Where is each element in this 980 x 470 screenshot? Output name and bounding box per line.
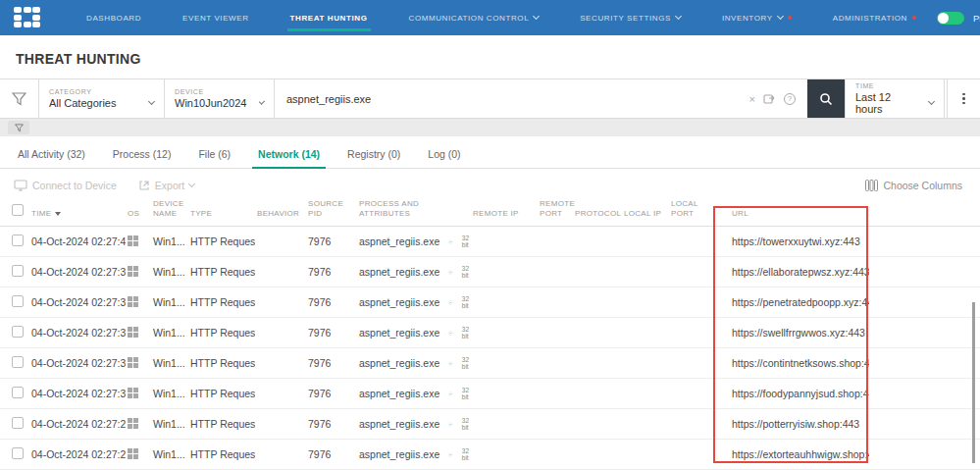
nav-item-label: EVENT VIEWER bbox=[182, 14, 249, 23]
row-checkbox[interactable] bbox=[12, 326, 24, 338]
row-checkbox[interactable] bbox=[12, 235, 24, 246]
column-header-url[interactable]: URL bbox=[722, 199, 869, 227]
column-header-remote-ip[interactable]: REMOTE IP bbox=[471, 199, 538, 227]
table-row[interactable]: 04-Oct-2024 02:27:44 Win1... HTTP Reques… bbox=[0, 227, 980, 257]
table-row[interactable]: 04-Oct-2024 02:27:35 Win1... HTTP Reques… bbox=[0, 318, 980, 348]
cell-type: HTTP Request bbox=[188, 409, 255, 440]
row-checkbox[interactable] bbox=[12, 447, 24, 459]
export-button[interactable]: Export bbox=[138, 180, 194, 191]
table-row[interactable]: 04-Oct-2024 02:27:29 Win1... HTTP Reques… bbox=[0, 440, 980, 470]
column-header-behavior[interactable]: BEHAVIOR bbox=[255, 199, 306, 227]
nav-item-administration[interactable]: ADMINISTRATION bbox=[812, 0, 937, 35]
signed-badge-icon[interactable] bbox=[448, 448, 452, 461]
filter-funnel-button[interactable] bbox=[0, 79, 39, 118]
nav-item-label: COMMUNICATION CONTROL bbox=[409, 14, 530, 23]
cell-url: https://contintnetksows.shop:443 bbox=[722, 348, 869, 379]
more-options-button[interactable] bbox=[947, 79, 980, 118]
category-dropdown[interactable]: CATEGORY All Categories bbox=[39, 79, 165, 118]
table-row[interactable]: 04-Oct-2024 02:27:29 Win1... HTTP Reques… bbox=[0, 409, 980, 440]
result-tabs: All Activity (32)Process (12)File (6)Net… bbox=[0, 136, 980, 169]
row-checkbox[interactable] bbox=[12, 295, 24, 307]
bitness-badge: 32 bit bbox=[462, 387, 469, 401]
row-checkbox[interactable] bbox=[12, 265, 24, 277]
cell-protocol bbox=[573, 409, 622, 440]
cell-url: https://foodypannyjsud.shop:443 bbox=[722, 379, 869, 409]
tab-all-activity-32[interactable]: All Activity (32) bbox=[8, 146, 95, 168]
nav-item-threat-hunting[interactable]: THREAT HUNTING bbox=[270, 0, 388, 35]
nav-item-dashboard[interactable]: DASHBOARD bbox=[66, 0, 162, 35]
vertical-scrollbar[interactable] bbox=[972, 302, 975, 463]
help-icon[interactable]: ? bbox=[784, 93, 796, 105]
cell-remote-ip bbox=[471, 257, 538, 287]
cell-os bbox=[126, 227, 151, 257]
cell-url: https://towerxxuytwi.xyz:443 bbox=[722, 227, 869, 257]
column-header-local-ip[interactable]: LOCAL IP bbox=[622, 199, 669, 227]
signed-badge-icon[interactable] bbox=[448, 266, 452, 279]
column-header-time[interactable]: TIME bbox=[29, 199, 126, 227]
column-header-local-port[interactable]: LOCAL PORT bbox=[669, 199, 722, 227]
process-name: aspnet_regiis.exe bbox=[359, 418, 439, 430]
process-name: aspnet_regiis.exe bbox=[359, 448, 439, 460]
connect-to-device-button[interactable]: Connect to Device bbox=[14, 180, 117, 191]
signed-badge-icon[interactable] bbox=[448, 357, 452, 370]
mode-label[interactable]: Prevention bbox=[973, 13, 980, 24]
device-dropdown[interactable]: DEVICE Win10Jun2024 bbox=[165, 79, 275, 118]
column-header-type[interactable]: TYPE bbox=[188, 199, 255, 227]
prevention-toggle[interactable] bbox=[937, 12, 964, 25]
row-checkbox[interactable] bbox=[12, 417, 24, 429]
tab-log-0[interactable]: Log (0) bbox=[418, 146, 470, 168]
nav-item-event-viewer[interactable]: EVENT VIEWER bbox=[162, 0, 270, 35]
column-header-os[interactable]: OS bbox=[126, 199, 151, 227]
search-button[interactable] bbox=[807, 79, 845, 118]
tab-registry-0[interactable]: Registry (0) bbox=[337, 146, 410, 168]
cell-process-attributes: aspnet_regiis.exe 32 bit bbox=[357, 409, 471, 440]
choose-columns-button[interactable]: Choose Columns bbox=[865, 180, 962, 191]
clear-search-icon[interactable]: × bbox=[749, 93, 755, 105]
category-value: All Categories bbox=[49, 97, 135, 109]
cell-type: HTTP Request bbox=[188, 287, 255, 318]
table-row[interactable]: 04-Oct-2024 02:27:39 Win1... HTTP Reques… bbox=[0, 257, 980, 287]
mini-filter-button[interactable] bbox=[8, 121, 29, 134]
cell-remote-ip bbox=[471, 440, 538, 470]
tab-process-12[interactable]: Process (12) bbox=[103, 146, 181, 168]
fortinet-logo-icon[interactable] bbox=[14, 7, 40, 28]
tab-network-14[interactable]: Network (14) bbox=[248, 146, 330, 168]
windows-icon bbox=[128, 296, 138, 307]
nav-item-security-settings[interactable]: SECURITY SETTINGS bbox=[559, 0, 701, 35]
search-input[interactable] bbox=[286, 93, 742, 105]
tab-file-6[interactable]: File (6) bbox=[188, 146, 240, 168]
cell-os bbox=[126, 348, 151, 379]
row-checkbox[interactable] bbox=[12, 387, 24, 398]
column-header-protocol[interactable]: PROTOCOL bbox=[573, 199, 622, 227]
column-header-remote-port[interactable]: REMOTE PORT bbox=[538, 199, 573, 227]
column-header-source-pid[interactable]: SOURCE PID bbox=[306, 199, 357, 227]
column-header-device-name[interactable]: DEVICE NAME bbox=[151, 199, 188, 227]
nav-item-communication-control[interactable]: COMMUNICATION CONTROL bbox=[388, 0, 560, 35]
nav-item-inventory[interactable]: INVENTORY bbox=[701, 0, 812, 35]
table-row[interactable]: 04-Oct-2024 02:27:31 Win1... HTTP Reques… bbox=[0, 348, 980, 379]
table-row[interactable]: 04-Oct-2024 02:27:39 Win1... HTTP Reques… bbox=[0, 287, 980, 318]
table-row[interactable]: 04-Oct-2024 02:27:31 Win1... HTTP Reques… bbox=[0, 379, 980, 409]
cell-device-name: Win1... bbox=[151, 379, 188, 409]
signed-badge-icon[interactable] bbox=[448, 388, 452, 400]
signed-badge-icon[interactable] bbox=[448, 327, 452, 339]
cell-process-attributes: aspnet_regiis.exe 32 bit bbox=[357, 348, 471, 379]
time-dropdown[interactable]: TIME Last 12 hours bbox=[845, 79, 945, 118]
chevron-down-icon bbox=[777, 13, 784, 20]
export-label: Export bbox=[155, 180, 184, 191]
save-query-icon[interactable] bbox=[763, 93, 776, 105]
column-header-process-and-attributes[interactable]: PROCESS AND ATTRIBUTES bbox=[357, 199, 471, 227]
row-checkbox[interactable] bbox=[12, 356, 24, 368]
signed-badge-icon[interactable] bbox=[448, 235, 452, 248]
signed-badge-icon[interactable] bbox=[448, 296, 452, 309]
cell-url: https://ellaboratepwsz.xyz:443 bbox=[722, 257, 869, 287]
signed-badge-icon[interactable] bbox=[448, 418, 452, 431]
select-all-checkbox[interactable] bbox=[12, 204, 24, 216]
cell-local-ip bbox=[622, 379, 669, 409]
connect-to-device-label: Connect to Device bbox=[32, 180, 117, 191]
cell-local-port bbox=[669, 379, 722, 409]
cell-behavior bbox=[255, 440, 306, 470]
nav-item-label: SECURITY SETTINGS bbox=[580, 14, 671, 23]
cell-behavior bbox=[255, 257, 306, 287]
cell-filler bbox=[869, 318, 980, 348]
